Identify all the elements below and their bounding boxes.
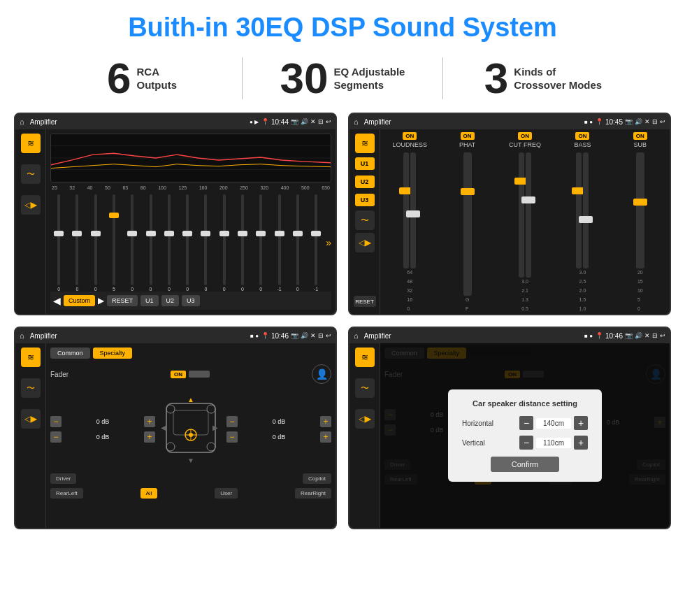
on-badge-cutfreq: ON (518, 132, 532, 140)
confirm-button[interactable]: Confirm (491, 457, 560, 472)
screen-crossover: ⌂ Amplifier ■ ● 📍 10:45 📷 🔊 ✕ ⊟ ↩ ≋ U1 U… (348, 113, 671, 315)
horizontal-plus-btn[interactable]: + (574, 416, 588, 430)
copilot-btn[interactable]: Copilot (303, 473, 331, 484)
stat-number-crossover: 3 (484, 57, 508, 100)
db-row-rr: − 0 dB + (226, 431, 331, 443)
back-icon-1: ↩ (326, 118, 331, 125)
minimize-icon-4: ⊟ (652, 332, 658, 339)
db-minus-fr[interactable]: − (226, 416, 238, 427)
status-bar-3: ⌂ Amplifier ■ ● 📍 10:46 📷 🔊 ✕ ⊟ ↩ (15, 328, 336, 343)
db-minus-rr[interactable]: − (226, 431, 238, 443)
screen4-title: Amplifier (364, 332, 582, 340)
back-icon-2: ↩ (660, 118, 665, 125)
rearleft-btn[interactable]: RearLeft (50, 488, 83, 499)
slider-cutfreq-2[interactable] (526, 152, 531, 278)
minimize-icon-2: ⊟ (652, 118, 658, 125)
rearright-btn[interactable]: RearRight (295, 488, 331, 499)
fader-slider[interactable] (189, 371, 210, 378)
speaker-icon[interactable]: ◁▶ (21, 195, 41, 215)
eq-graph (50, 134, 331, 182)
fader-label: Fader (50, 371, 68, 378)
vertical-plus-btn[interactable]: + (574, 436, 588, 450)
wave-icon-3[interactable]: 〜 (21, 378, 41, 398)
eq-u3-btn[interactable]: U3 (182, 295, 200, 306)
slider-cutfreq-1[interactable] (519, 152, 524, 278)
eq-prev-btn[interactable]: ◀ (53, 295, 61, 306)
fader-buttons-row: Driver Copilot (50, 473, 331, 484)
vertical-row: Vertical − 110cm + (462, 436, 588, 450)
slider-8: 0 (179, 193, 196, 292)
label-sub: SUB (634, 141, 647, 148)
wave-icon-4[interactable]: 〜 (355, 378, 375, 398)
eq-custom-btn[interactable]: Custom (64, 295, 95, 306)
u3-preset-btn[interactable]: U3 (355, 194, 375, 206)
screens-grid: ⌂ Amplifier ● ▶ 📍 10:44 📷 🔊 ✕ ⊟ ↩ ≋ 〜 ◁▶ (0, 110, 685, 536)
screen-fader: ⌂ Amplifier ■ ● 📍 10:46 📷 🔊 ✕ ⊟ ↩ ≋ 〜 ◁▶ (14, 327, 337, 529)
slider-bass-2[interactable] (583, 152, 589, 268)
slider-loudness-2[interactable] (410, 152, 416, 268)
main-title: Buith-in 30EQ DSP Sound System (0, 0, 685, 50)
crossover-main: ON LOUDNESS 644832160 ON PHAT GF (380, 129, 670, 314)
speaker-icon-4[interactable]: ◁▶ (355, 409, 375, 429)
eq-sliders: 0 0 0 5 0 0 0 0 0 0 0 0 -1 0 -1 » (50, 193, 331, 292)
all-btn[interactable]: All (140, 488, 158, 499)
left-panel-3: ≋ 〜 ◁▶ (15, 343, 46, 528)
wave-icon[interactable]: 〜 (21, 164, 41, 184)
vertical-value: 110cm (536, 438, 571, 448)
eq-icon[interactable]: ≋ (21, 134, 41, 153)
eq-play-btn[interactable]: ▶ (98, 296, 104, 306)
horizontal-minus-btn[interactable]: − (519, 416, 533, 430)
section-cutfreq: ON CUT FREQ 3.02.11.30.5 (498, 132, 551, 311)
db-row-rl: − 0 dB + (50, 431, 155, 443)
speaker-icon-2[interactable]: ◁▶ (355, 233, 375, 252)
fader-header: Fader ON 👤 (50, 364, 331, 384)
stat-text-crossover: Kinds ofCrossover Modes (514, 65, 602, 92)
db-plus-rr[interactable]: + (320, 431, 331, 443)
db-plus-fr[interactable]: + (320, 416, 331, 427)
eq-reset-btn[interactable]: RESET (107, 295, 138, 306)
u2-preset-btn[interactable]: U2 (355, 176, 375, 188)
back-icon-4: ↩ (660, 332, 665, 339)
section-sub: ON SUB 20151050 (614, 132, 667, 311)
db-plus-fl[interactable]: + (144, 416, 155, 427)
eq-u1-btn[interactable]: U1 (140, 295, 159, 306)
speaker-icon-3[interactable]: ◁▶ (21, 409, 41, 429)
section-bass: ON BASS 3.02.52.01.51.0 (556, 132, 609, 311)
driver-btn[interactable]: Driver (50, 473, 76, 484)
tab-specialty[interactable]: Specialty (93, 348, 133, 359)
slider-bass-1[interactable] (576, 152, 582, 268)
eq-icon-3[interactable]: ≋ (21, 348, 41, 367)
fader-person-icon: 👤 (312, 364, 331, 384)
screen3-title: Amplifier (30, 332, 247, 340)
vertical-minus-btn[interactable]: − (519, 436, 533, 450)
eq-icon-2[interactable]: ≋ (355, 134, 375, 153)
screen-distance: ⌂ Amplifier ■ ● 📍 10:46 📷 🔊 ✕ ⊟ ↩ ≋ 〜 ◁▶ (348, 327, 671, 529)
fader-grid: − 0 dB + − 0 dB + (50, 389, 331, 469)
eq-labels: 253240506380100125160200250320400500630 (50, 185, 331, 190)
db-minus-rl[interactable]: − (50, 431, 62, 443)
dot-icons-4: ■ ● (584, 333, 593, 339)
location-icon-4: 📍 (596, 332, 603, 339)
screen2-title: Amplifier (364, 118, 582, 126)
minimize-icon-3: ⊟ (318, 332, 324, 339)
u1-preset-btn[interactable]: U1 (355, 157, 375, 170)
tab-common[interactable]: Common (50, 348, 90, 359)
db-minus-fl[interactable]: − (50, 416, 62, 427)
back-icon-3: ↩ (326, 332, 331, 339)
screen1-title: Amplifier (30, 118, 247, 126)
wave-icon-2[interactable]: 〜 (355, 210, 375, 230)
db-plus-rl[interactable]: + (144, 431, 155, 443)
svg-point-6 (189, 433, 193, 437)
slider-sub[interactable] (636, 152, 644, 268)
eq-arrows[interactable]: » (326, 237, 331, 248)
svg-text:◀: ◀ (161, 424, 166, 431)
svg-point-14 (207, 443, 215, 451)
reset-btn-left[interactable]: RESET (354, 296, 376, 307)
user-btn[interactable]: User (215, 488, 238, 499)
slider-1: 0 (50, 193, 67, 292)
stat-number-rca: 6 (107, 57, 131, 100)
eq-icon-4[interactable]: ≋ (355, 348, 375, 367)
eq-u2-btn[interactable]: U2 (161, 295, 180, 306)
slider-phat[interactable] (463, 152, 472, 296)
on-badge-phat: ON (461, 132, 475, 140)
